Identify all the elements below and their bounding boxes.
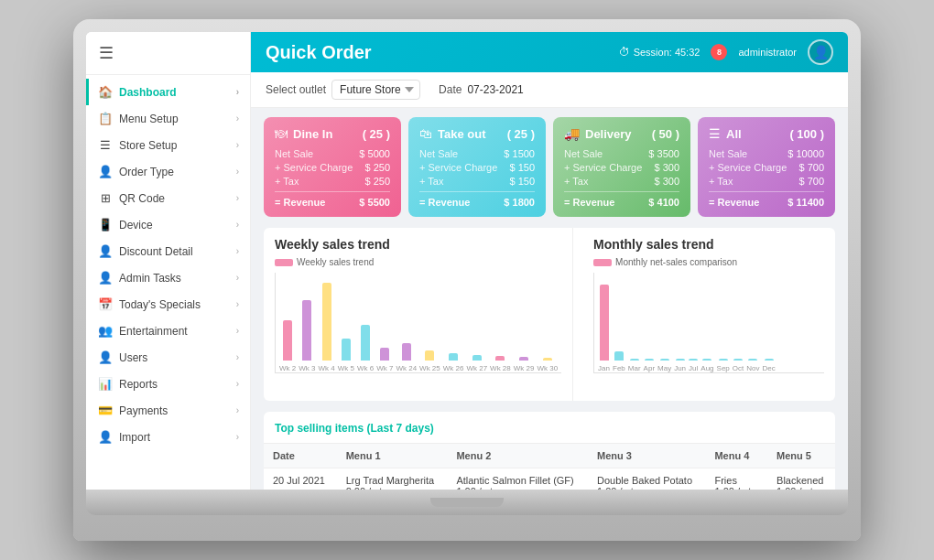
notification-badge[interactable]: 8 (711, 44, 727, 60)
sidebar-item-inner: ⊞ QR Code (98, 191, 165, 205)
card-icon: ☰ (709, 126, 721, 141)
sidebar-item-inner: 👤 Order Type (98, 165, 174, 178)
hamburger-icon[interactable]: ☰ (99, 43, 114, 63)
bar-label: Wk 3 (299, 364, 315, 372)
card-revenue-row: = Revenue $ 11400 (709, 197, 824, 208)
sidebar-item-dashboard[interactable]: 🏠 Dashboard › (86, 79, 250, 105)
sidebar-label: Store Setup (119, 139, 177, 152)
sidebar-item-discount-detail[interactable]: 👤 Discount Detail › (86, 238, 250, 264)
date-filter: Date 07-23-2021 (439, 83, 524, 96)
summary-card-delivery: 🚚 Delivery ( 50 ) Net Sale $ 3500 + Serv… (553, 117, 690, 217)
card-netsale-row: Net Sale $ 5000 (275, 148, 390, 159)
outlet-select[interactable]: Future Store (331, 80, 420, 100)
bar-label: Apr (644, 364, 655, 372)
sidebar-item-inner: 👤 Discount Detail (98, 244, 193, 258)
sidebar-item-order-type[interactable]: 👤 Order Type › (86, 158, 250, 185)
sidebar-nav: 🏠 Dashboard › 📋 Menu Setup › ☰ Store Set… (86, 75, 250, 490)
sidebar-item-inner: 💳 Payments (98, 404, 168, 417)
sidebar-icon: 💳 (98, 404, 113, 417)
card-header: 🍽 Dine In ( 25 ) (275, 126, 390, 141)
sidebar-item-inner: 👤 Users (98, 350, 147, 364)
bar (322, 283, 331, 361)
bar (645, 359, 654, 361)
bar (614, 351, 624, 361)
bar (472, 355, 482, 361)
chevron-down-icon: › (236, 352, 239, 362)
bar (361, 325, 370, 361)
bar-label: May (657, 364, 671, 372)
scroll-area[interactable]: 🍽 Dine In ( 25 ) Net Sale $ 5000 + Servi… (251, 108, 848, 490)
app-container: ☰ 🏠 Dashboard › 📋 Menu Setup › ☰ Store S… (86, 32, 848, 490)
sidebar-icon: ☰ (98, 138, 113, 152)
sidebar-item-device[interactable]: 📱 Device › (86, 211, 250, 238)
bar-label: Wk 29 (514, 364, 535, 372)
sidebar-item-menu-setup[interactable]: 📋 Menu Setup › (86, 105, 250, 132)
outlet-label: Select outlet (266, 83, 326, 96)
chevron-down-icon: › (236, 273, 239, 283)
sidebar-item-reports[interactable]: 📊 Reports › (86, 371, 250, 397)
top-bar: Quick Order ⏱ Session: 45:32 8 administr… (251, 32, 848, 72)
weekly-legend-color (275, 259, 293, 266)
card-count: ( 25 ) (363, 127, 390, 141)
chevron-down-icon: › (236, 167, 239, 177)
bar-label: Wk 6 (357, 364, 374, 372)
weekly-bar-chart: Wk 2Wk 3Wk 4Wk 5Wk 6Wk 7Wk 24Wk 25Wk 26W… (275, 273, 561, 373)
card-count: ( 25 ) (507, 127, 535, 141)
bar (733, 359, 743, 361)
bar (495, 356, 505, 361)
table-title: Top selling items (Last 7 days) (275, 422, 434, 435)
bar-group-Oct: Oct (733, 359, 744, 372)
bar-group-Mar: Mar (628, 359, 641, 372)
table-cell-4: Fries 1.00 / qty $0.00 (705, 468, 767, 490)
table-cell-2: Atlantic Salmon Fillet (GF) 1.00 / qty $… (447, 468, 588, 490)
sidebar-item-today's-specials[interactable]: 📅 Today's Specials › (86, 291, 250, 318)
sidebar-item-import[interactable]: 👤 Import › (86, 424, 250, 450)
sidebar-item-inner: 📅 Today's Specials (98, 297, 201, 311)
bar-group-Jun: Jun (674, 359, 686, 372)
sidebar-label: Order Type (119, 166, 174, 178)
sidebar-label: Admin Tasks (119, 272, 181, 285)
bar-label: Wk 2 (279, 364, 296, 372)
summary-card-dine-in: 🍽 Dine In ( 25 ) Net Sale $ 5000 + Servi… (264, 117, 401, 217)
sidebar-item-entertainment[interactable]: 👥 Entertainment › (86, 318, 250, 344)
card-header: ☰ All ( 100 ) (709, 126, 824, 141)
card-title: All (726, 127, 742, 141)
card-service-row: + Service Charge $ 250 (275, 162, 390, 173)
sidebar-icon: 📋 (98, 112, 113, 125)
bar (302, 300, 311, 361)
laptop-screen: ☰ 🏠 Dashboard › 📋 Menu Setup › ☰ Store S… (86, 32, 848, 490)
card-title-row: ☰ All (709, 126, 742, 141)
avatar[interactable]: 👤 (808, 39, 833, 65)
card-title-row: 🚚 Delivery (564, 126, 632, 141)
bar-group-Wk 6: Wk 6 (357, 325, 374, 372)
table-cell-5: Blackened 1.00 / qty $0.00 (767, 468, 835, 490)
bar-group-Wk 3: Wk 3 (299, 300, 315, 372)
monthly-bar-chart: JanFebMarAprMayJunJulAugSepOctNovDec (593, 273, 824, 373)
bar-label: Wk 24 (396, 364, 417, 372)
table-cell-3: Double Baked Potato 1.00 / qty $10.25 (588, 468, 705, 490)
admin-label: administrator (738, 47, 797, 58)
bar-group-Wk 27: Wk 27 (466, 355, 487, 372)
charts-section: Weekly sales trend Weekly sales trend Wk… (264, 228, 835, 401)
sidebar-item-payments[interactable]: 💳 Payments › (86, 397, 250, 424)
sidebar-item-store-setup[interactable]: ☰ Store Setup › (86, 132, 250, 158)
sidebar-label: Entertainment (119, 325, 188, 338)
sidebar-item-qr-code[interactable]: ⊞ QR Code › (86, 185, 250, 211)
sidebar-item-users[interactable]: 👤 Users › (86, 344, 250, 371)
bar-label: Sep (717, 364, 730, 372)
bar (689, 359, 698, 361)
card-count: ( 50 ) (652, 127, 679, 141)
sidebar-item-admin-tasks[interactable]: 👤 Admin Tasks › (86, 264, 250, 291)
bar-group-Jan: Jan (598, 285, 610, 372)
weekly-chart-area: Wk 2Wk 3Wk 4Wk 5Wk 6Wk 7Wk 24Wk 25Wk 26W… (275, 273, 561, 392)
card-revenue-row: = Revenue $ 5500 (275, 197, 390, 208)
bar-group-Wk 28: Wk 28 (490, 356, 511, 372)
summary-cards: 🍽 Dine In ( 25 ) Net Sale $ 5000 + Servi… (264, 117, 835, 217)
monthly-legend-color (593, 259, 612, 266)
bar-group-Wk 26: Wk 26 (443, 353, 464, 372)
bar (425, 350, 434, 361)
bar-group-Wk 5: Wk 5 (338, 339, 354, 372)
sidebar-item-inner: 👤 Admin Tasks (98, 271, 181, 285)
sidebar-icon: 📱 (98, 218, 113, 232)
card-divider (709, 191, 824, 192)
